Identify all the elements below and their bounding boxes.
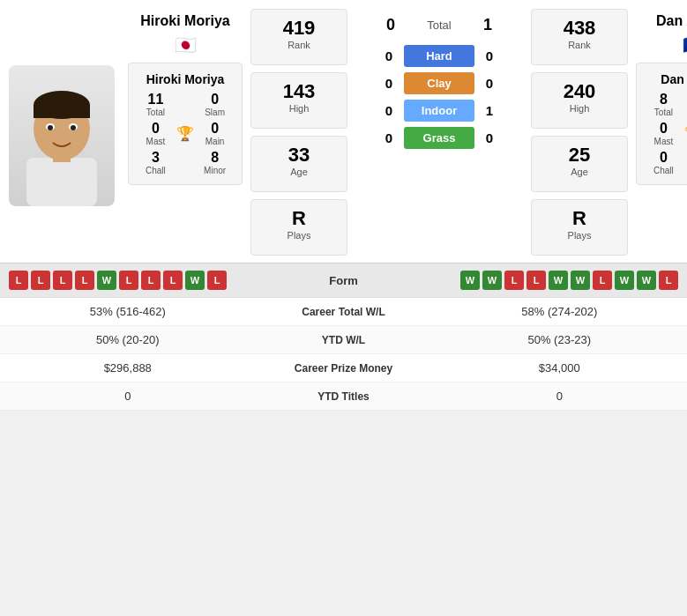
left-form-badge-6: L [141, 271, 161, 290]
right-high-item: 240 High [539, 80, 620, 114]
right-rank-label: Rank [539, 40, 620, 50]
surface-row-clay: 0 Clay 0 [351, 72, 527, 94]
right-player-info: Dan Added 🇫🇷 Dan Added 8 Total 0 Slam [631, 9, 687, 263]
left-total-val: 11 [136, 92, 175, 108]
stats-center-label-2: Career Prize Money [256, 362, 432, 375]
right-high-box: 240 High [531, 72, 628, 129]
stats-row-1: 50% (20-20) YTD W/L 50% (23-23) [0, 326, 687, 354]
right-total-score: 1 [474, 16, 501, 34]
grass-surface-btn[interactable]: Grass [404, 127, 474, 149]
right-age-val: 25 [539, 144, 620, 167]
left-form-badge-2: L [53, 271, 72, 290]
left-plays-item: R Plays [258, 207, 340, 241]
right-name-under: Dan Added [644, 69, 687, 92]
left-plays-box: R Plays [250, 199, 347, 256]
left-player-name: Hiroki Moriya [140, 13, 229, 29]
right-chall-val: 0 [644, 150, 683, 166]
right-high-label: High [539, 103, 620, 114]
left-mast-label: Mast [136, 137, 175, 146]
right-total-val: 8 [644, 92, 683, 108]
right-form-badge-3: L [526, 271, 546, 290]
right-plays-item: R Plays [539, 207, 620, 241]
left-high-label: High [258, 103, 340, 114]
surface-row-hard: 0 Hard 0 [351, 45, 527, 67]
right-chall-cell: 0 Chall [644, 150, 683, 175]
left-form-badge-3: L [75, 271, 94, 290]
stats-right-val-1: 50% (23-23) [432, 333, 688, 346]
right-stat-row-3: 0 Chall 8 Minor [644, 150, 687, 175]
left-total-label: Total [136, 108, 175, 117]
surface-row-grass: 0 Grass 0 [351, 127, 527, 149]
right-form-badge-7: W [615, 271, 634, 290]
left-main-label: Main [195, 137, 235, 146]
left-chall-val: 3 [136, 150, 175, 166]
left-form-badge-5: L [119, 271, 138, 290]
right-rank-val: 438 [539, 17, 620, 40]
stats-left-val-0: 53% (516-462) [0, 305, 256, 318]
right-minor-spacer [683, 150, 687, 175]
left-clay-score: 0 [379, 76, 399, 91]
right-player-name: Dan Added [656, 13, 687, 29]
left-form-badge-7: L [163, 271, 183, 290]
svg-point-7 [48, 125, 53, 130]
right-form-badge-2: L [504, 271, 524, 290]
left-player-photo [0, 9, 123, 263]
indoor-surface-btn[interactable]: Indoor [404, 100, 474, 122]
left-main-cell: 0 Main [195, 121, 235, 146]
left-stat-row-3: 3 Chall 8 Minor [136, 150, 235, 175]
left-trophy-icon: 🏆 [176, 125, 194, 142]
total-label: Total [404, 19, 474, 32]
surface-row-indoor: 0 Indoor 1 [351, 100, 527, 122]
stats-right-val-2: $34,000 [432, 361, 688, 375]
left-trophy-divider [175, 92, 195, 117]
left-high-box: 143 High [250, 72, 347, 129]
right-mast-cell: 0 Mast [644, 121, 683, 146]
right-plays-box: R Plays [531, 199, 628, 256]
right-stat-row-2: 0 Mast 🏆 0 Main [644, 121, 687, 146]
stats-right-val-3: 0 [432, 390, 688, 403]
left-form-badge-4: W [97, 271, 116, 290]
form-label: Form [329, 274, 358, 287]
right-mast-val: 0 [644, 121, 683, 137]
right-high-val: 240 [539, 80, 620, 103]
left-middle-stats: 419 Rank 143 High 33 Age R Plays [247, 9, 351, 263]
left-hard-score: 0 [379, 48, 399, 63]
right-form-badge-0: W [460, 271, 480, 290]
left-minor-cell: 8 Minor [195, 150, 235, 175]
stats-row-2: $296,888 Career Prize Money $34,000 [0, 354, 687, 382]
right-indoor-score: 1 [480, 103, 499, 118]
stats-right-val-0: 58% (274-202) [432, 305, 688, 318]
stats-row-0: 53% (516-462) Career Total W/L 58% (274-… [0, 298, 687, 326]
right-rank-item: 438 Rank [539, 17, 620, 50]
right-form-badges: WWLLWWLWWL [460, 271, 678, 290]
surface-rows: 0 Hard 0 0 Clay 0 0 Indoor 1 0 Grass 0 [351, 45, 527, 149]
left-player-info: Hiroki Moriya 🇯🇵 Hiroki Moriya 11 Total … [123, 9, 247, 263]
right-plays-label: Plays [539, 230, 620, 241]
stats-left-val-1: 50% (20-20) [0, 333, 256, 346]
total-score-row: 0 Total 1 [351, 9, 527, 34]
left-rank-item: 419 Rank [258, 17, 340, 50]
left-total-cell: 11 Total [136, 92, 175, 117]
hard-surface-btn[interactable]: Hard [404, 45, 474, 67]
right-middle-stats: 438 Rank 240 High 25 Age R Plays [527, 9, 631, 263]
svg-point-8 [71, 125, 76, 130]
left-stat-row-2: 0 Mast 🏆 0 Main [136, 121, 235, 146]
right-form-badge-4: W [549, 271, 568, 290]
svg-rect-4 [34, 105, 90, 118]
right-mast-label: Mast [644, 137, 683, 146]
stats-left-val-3: 0 [0, 390, 256, 403]
left-slam-label: Slam [195, 108, 235, 117]
top-section: Hiroki Moriya 🇯🇵 Hiroki Moriya 11 Total … [0, 0, 687, 263]
right-total-label: Total [644, 108, 683, 117]
left-mast-cell: 0 Mast [136, 121, 175, 146]
right-stat-row-1: 8 Total 0 Slam [644, 92, 687, 117]
clay-surface-btn[interactable]: Clay [404, 72, 474, 94]
stats-center-label-1: YTD W/L [256, 334, 432, 346]
left-slam-val: 0 [195, 92, 235, 108]
right-grass-score: 0 [480, 130, 499, 145]
right-plays-val: R [539, 207, 620, 230]
stats-left-val-2: $296,888 [0, 361, 256, 375]
right-form-badge-6: L [593, 271, 612, 290]
left-slam-cell: 0 Slam [195, 92, 235, 117]
right-flag: 🇫🇷 [683, 34, 688, 56]
